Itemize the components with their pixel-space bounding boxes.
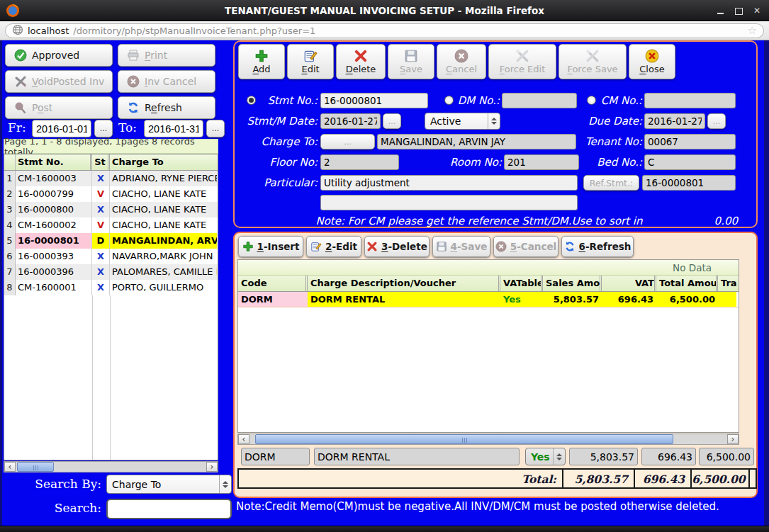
- floor-no-input[interactable]: [320, 154, 399, 170]
- ref-stmt-input[interactable]: [642, 175, 736, 191]
- button-label: Cancel: [446, 64, 477, 74]
- col-status[interactable]: St: [92, 154, 110, 170]
- scrollbar-thumb[interactable]: [255, 434, 673, 444]
- status-select[interactable]: Active: [425, 113, 500, 130]
- close-icon: [645, 49, 659, 63]
- approved-button[interactable]: Approved: [5, 44, 113, 67]
- stmt-no-radio[interactable]: [247, 96, 256, 105]
- particular-input[interactable]: [320, 175, 578, 191]
- window-bottom-edge: [0, 526, 769, 532]
- edit-total-input[interactable]: [699, 448, 754, 465]
- row-charge-to: MANGALINDAN, ARVIN JAY: [110, 233, 217, 249]
- table-row[interactable]: 8CM-1600001XPORTO, GUILLERMO: [4, 280, 218, 295]
- tenant-no-input[interactable]: [644, 134, 736, 149]
- button-label: VoidPosted Inv: [32, 76, 104, 87]
- col-vat[interactable]: VAT: [602, 276, 656, 291]
- col-trans[interactable]: Tra: [718, 276, 736, 291]
- refresh-icon: [564, 241, 576, 252]
- delete-button[interactable]: Delete: [336, 44, 386, 79]
- dm-no-input[interactable]: [502, 93, 577, 108]
- table-row[interactable]: 1CM-1600003XADRIANO, RYNE PIERCE: [4, 171, 218, 186]
- x-icon: [366, 241, 378, 252]
- void-posted-inv-button: VoidPosted Inv: [5, 70, 113, 93]
- due-date-picker-button[interactable]: ...: [707, 113, 726, 129]
- form-amount: 0.00: [695, 213, 738, 229]
- edit-sales-input[interactable]: [569, 448, 638, 465]
- url-input[interactable]: localhost/dormitory/php/stpManualInvoice…: [5, 23, 764, 38]
- scroll-right-arrow[interactable]: ›: [206, 462, 218, 472]
- minimize-button[interactable]: [715, 6, 725, 16]
- void-x-icon: [14, 75, 27, 88]
- row-status: X: [92, 202, 110, 217]
- edit-button[interactable]: Edit: [287, 44, 334, 79]
- maximize-button[interactable]: [734, 6, 743, 16]
- row-stmt-no: 16-0000393: [16, 249, 92, 264]
- close-button[interactable]: Close: [629, 44, 675, 79]
- inv-cancel-button: Inv Cancel: [118, 70, 215, 93]
- charge-row[interactable]: DORMDORM RENTALYes5,803.57696.436,500.00: [238, 292, 739, 307]
- col-code[interactable]: Code: [238, 276, 308, 291]
- date-to-picker-button[interactable]: ...: [206, 120, 225, 137]
- due-date-label: Due Date:: [585, 113, 642, 129]
- row-stmt-no: CM-1600002: [16, 217, 92, 233]
- edit-vatable-select[interactable]: Yes: [525, 448, 566, 465]
- cm-no-radio[interactable]: [587, 96, 596, 105]
- window-title: TENANT/GUEST MANUAL INVOICING SETUP - Mo…: [85, 5, 684, 16]
- table-row[interactable]: 716-0000396XPALOMARES, CAMILLE KATE: [4, 264, 218, 280]
- col-sales-amount[interactable]: Sales Amount: [543, 276, 602, 291]
- row-charge-to: ADRIANO, RYNE PIERCE: [110, 171, 217, 186]
- button-label: 6-Refresh: [579, 241, 632, 252]
- delete-detail-button[interactable]: 3-Delete: [364, 236, 430, 257]
- date-to-input[interactable]: [144, 120, 203, 137]
- particular2-input[interactable]: [320, 195, 578, 210]
- bed-no-input[interactable]: [644, 154, 736, 170]
- date-from-picker-button[interactable]: ...: [94, 120, 113, 137]
- bookmark-star-icon[interactable]: ☆: [748, 24, 757, 37]
- refresh-detail-button[interactable]: 6-Refresh: [561, 236, 634, 257]
- stmt-no-input[interactable]: [320, 93, 428, 108]
- search-by-select[interactable]: Charge To: [106, 475, 232, 494]
- edit-vat-input[interactable]: [641, 448, 696, 465]
- statement-table-header[interactable]: Stmt No. St Charge To: [4, 154, 218, 171]
- edit-detail-button[interactable]: 2-Edit: [306, 236, 361, 257]
- cm-no-input[interactable]: [644, 93, 736, 108]
- edit-code-input[interactable]: [241, 448, 310, 465]
- row-number: 3: [4, 202, 16, 217]
- button-label: Delete: [346, 64, 376, 74]
- charge-to-lookup-button[interactable]: ...: [320, 134, 375, 149]
- stmt-date-input[interactable]: [320, 113, 381, 129]
- row-number: 8: [4, 280, 16, 295]
- button-label: Force Edit: [500, 64, 545, 74]
- scroll-left-arrow[interactable]: ‹: [238, 434, 249, 444]
- add-button[interactable]: Add: [238, 44, 285, 79]
- table-row[interactable]: 616-0000393XNAVARRO,MARK JOHN: [4, 249, 218, 264]
- button-label: Add: [252, 64, 270, 74]
- table-row[interactable]: 516-0000801DMANGALINDAN, ARVIN JAY: [4, 233, 218, 249]
- stmt-date-picker-button[interactable]: ...: [383, 113, 401, 129]
- search-input[interactable]: [106, 499, 232, 519]
- close-window-button[interactable]: ✕: [752, 6, 762, 16]
- col-charge-to[interactable]: Charge To: [110, 154, 217, 170]
- due-date-input[interactable]: [644, 113, 705, 129]
- table-row[interactable]: 316-0000800XCIACHO, LIANE KATE: [4, 202, 218, 217]
- cancel-detail-button: 5-Cancel: [493, 236, 558, 257]
- room-no-input[interactable]: [504, 154, 579, 170]
- refresh-button[interactable]: Refresh: [118, 96, 215, 119]
- col-vatable[interactable]: VATable?: [500, 276, 543, 291]
- scrollbar-thumb[interactable]: [17, 462, 54, 472]
- scroll-right-arrow[interactable]: ›: [727, 434, 739, 444]
- table-row[interactable]: 216-0000799VCIACHO, LIANE KATE: [4, 186, 218, 202]
- table-row[interactable]: 4CM-1600002VCIACHO, LIANE KATE: [4, 217, 218, 233]
- dm-no-radio[interactable]: [444, 96, 454, 105]
- search-label: Search:: [55, 501, 101, 515]
- url-host: localhost: [28, 26, 69, 36]
- date-from-input[interactable]: [32, 120, 91, 137]
- insert-detail-button[interactable]: 1-Insert: [238, 236, 303, 257]
- col-description[interactable]: Charge Description/Voucher: [308, 276, 500, 291]
- edit-description-input[interactable]: [314, 448, 520, 465]
- charge-to-input[interactable]: [377, 134, 576, 149]
- charge-grid: No Data Code Charge Description/Voucher …: [237, 259, 739, 433]
- scroll-left-arrow[interactable]: ‹: [4, 462, 16, 472]
- col-total-amount[interactable]: Total Amount: [656, 276, 718, 291]
- col-stmt-no[interactable]: Stmt No.: [16, 154, 92, 170]
